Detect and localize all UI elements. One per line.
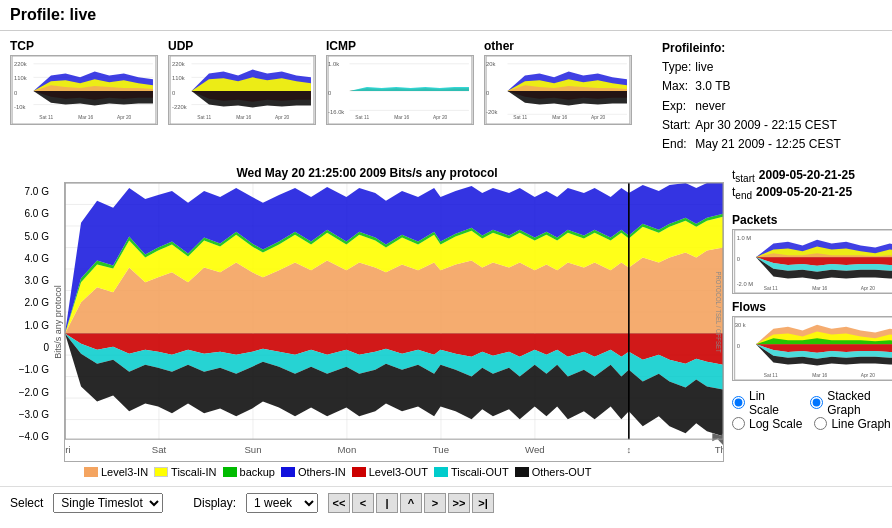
log-scale-label: Log Scale (749, 417, 802, 431)
y-label-5: 2.0 G (25, 297, 49, 308)
svg-text:Apr 20: Apr 20 (433, 115, 448, 120)
y-axis-title: Bits/s any protocol (53, 285, 63, 359)
start-val: Apr 30 2009 - 22:15 CEST (695, 116, 844, 135)
lin-scale-option[interactable]: Lin Scale (732, 389, 798, 417)
svg-text:220k: 220k (14, 61, 27, 67)
y-label-1: 6.0 G (25, 208, 49, 219)
packets-label: Packets (732, 213, 892, 227)
page-title: Profile: live (0, 0, 892, 31)
y-axis-title-wrapper: Bits/s any protocol (52, 182, 64, 462)
mini-chart-group: TCP 220k 110k 0 -10k (10, 39, 652, 154)
legend-label-othersout: Others-OUT (532, 466, 592, 478)
exp-label: Exp: (662, 97, 695, 116)
main-chart-canvas[interactable]: Fri Sat Sun Mon Tue Wed ↕ Thu PROTOCOL /… (64, 182, 724, 462)
stacked-graph-option[interactable]: Stacked Graph (810, 389, 892, 417)
legend-color-othersout (515, 467, 529, 477)
line-graph-radio[interactable] (814, 417, 827, 430)
nav-last[interactable]: >| (472, 493, 494, 513)
svg-text:-20k: -20k (486, 109, 497, 115)
svg-text:1.0k: 1.0k (328, 61, 339, 67)
display-select[interactable]: 1 day 1 week 1 month 1 year (246, 493, 318, 513)
packets-chart[interactable]: 1.0 M 0 -2.0 M Sat 11 Mar 16 Apr 20 (732, 229, 892, 294)
y-label-9: −2.0 G (19, 387, 49, 398)
right-panel: tstart 2009-05-20-21-25 tend 2009-05-20-… (732, 166, 892, 482)
svg-text:Thu: Thu (715, 445, 723, 455)
svg-text:Tue: Tue (433, 445, 449, 455)
select-label: Select (10, 496, 43, 510)
legend-tiscaliout: Tiscali-OUT (434, 466, 509, 478)
main-section: Wed May 20 21:25:00 2009 Bits/s any prot… (0, 162, 892, 486)
tend-sub: end (735, 190, 752, 201)
tstart-val: 2009-05-20-21-25 (759, 168, 855, 182)
nav-first[interactable]: << (328, 493, 350, 513)
y-label-7: 0 (43, 342, 49, 353)
mini-chart-udp-img[interactable]: 220k 110k 0 -220k Sat 11 Mar 16 Apr 20 (168, 55, 316, 125)
svg-text:0: 0 (486, 90, 489, 96)
svg-text:20k: 20k (486, 61, 495, 67)
nav-buttons: << < | ^ > >> >| (328, 493, 494, 513)
svg-text:110k: 110k (14, 75, 27, 81)
tstart-sub: start (735, 174, 754, 185)
max-label: Max: (662, 77, 695, 96)
legend-label-level3out: Level3-OUT (369, 466, 428, 478)
mini-chart-udp: UDP 220k 110k 0 -220k Sat 11 (168, 39, 316, 154)
mini-chart-other-label: other (484, 39, 632, 53)
timeslot-select[interactable]: Single Timeslot Range (53, 493, 163, 513)
nav-play[interactable]: ^ (400, 493, 422, 513)
mini-chart-other-img[interactable]: 20k 0 -20k Sat 11 Mar 16 Apr 20 (484, 55, 632, 125)
main-chart-title: Wed May 20 21:25:00 2009 Bits/s any prot… (10, 166, 724, 182)
packets-section: Packets 1.0 M 0 -2.0 M Sat 11 Mar 16 (732, 207, 892, 294)
svg-text:↕: ↕ (627, 445, 632, 455)
mini-chart-icmp: ICMP 1.0k 0 -16.0k Sat 11 Mar 16 Apr 20 (326, 39, 474, 154)
legend-label-level3in: Level3-IN (101, 466, 148, 478)
legend-color-level3in (84, 467, 98, 477)
y-axis-labels: 7.0 G 6.0 G 5.0 G 4.0 G 3.0 G 2.0 G 1.0 … (10, 182, 52, 462)
stacked-graph-radio[interactable] (810, 396, 823, 409)
svg-text:Sat 11: Sat 11 (764, 286, 778, 291)
nav-fastfwd[interactable]: >> (448, 493, 470, 513)
y-label-8: −1.0 G (19, 364, 49, 375)
mini-chart-udp-label: UDP (168, 39, 316, 53)
nav-stop[interactable]: | (376, 493, 398, 513)
y-label-4: 3.0 G (25, 275, 49, 286)
log-scale-radio[interactable] (732, 417, 745, 430)
tstart-row: tstart 2009-05-20-21-25 (732, 168, 892, 184)
mini-chart-tcp-img[interactable]: 220k 110k 0 -10k Sat 11 (10, 55, 158, 125)
mini-chart-icmp-img[interactable]: 1.0k 0 -16.0k Sat 11 Mar 16 Apr 20 (326, 55, 474, 125)
legend-color-othersin (281, 467, 295, 477)
svg-text:Apr 20: Apr 20 (861, 286, 876, 291)
flows-chart[interactable]: 30 k 0 Sat 11 Mar 16 Apr 20 (732, 316, 892, 381)
svg-text:0: 0 (737, 343, 740, 349)
svg-text:0: 0 (328, 90, 331, 96)
type-val: live (695, 58, 844, 77)
legend-label-othersin: Others-IN (298, 466, 346, 478)
legend-label-tiscaliout: Tiscali-OUT (451, 466, 509, 478)
legend-color-tiscaliin (154, 467, 168, 477)
tend-label: tend (732, 185, 752, 201)
svg-text:PROTOCOL / TSEL / OFFSET: PROTOCOL / TSEL / OFFSET (714, 272, 721, 353)
mini-chart-tcp-label: TCP (10, 39, 158, 53)
display-label: Display: (193, 496, 236, 510)
profile-info: Profileinfo: Type: live Max: 3.0 TB Exp:… (662, 39, 882, 154)
type-label: Type: (662, 58, 695, 77)
nav-prev[interactable]: < (352, 493, 374, 513)
legend-tiscaliin: Tiscali-IN (154, 466, 216, 478)
lin-scale-radio[interactable] (732, 396, 745, 409)
y-label-2: 5.0 G (25, 231, 49, 242)
chart-area: Wed May 20 21:25:00 2009 Bits/s any prot… (10, 166, 724, 482)
profile-info-title: Profileinfo: (662, 39, 882, 58)
bottom-controls: Select Single Timeslot Range Display: 1 … (0, 486, 892, 519)
log-scale-option[interactable]: Log Scale (732, 417, 802, 431)
log-line-row: Log Scale Line Graph (732, 417, 892, 431)
nav-next[interactable]: > (424, 493, 446, 513)
legend-othersout: Others-OUT (515, 466, 592, 478)
svg-text:Wed: Wed (525, 445, 545, 455)
start-label: Start: (662, 116, 695, 135)
flows-section: Flows 30 k 0 Sat 11 Mar 16 Apr 20 (732, 294, 892, 381)
end-label: End: (662, 135, 695, 154)
legend-color-backup (223, 467, 237, 477)
legend-level3in: Level3-IN (84, 466, 148, 478)
svg-text:0: 0 (14, 90, 17, 96)
tend-row: tend 2009-05-20-21-25 (732, 185, 892, 201)
line-graph-option[interactable]: Line Graph (814, 417, 890, 431)
